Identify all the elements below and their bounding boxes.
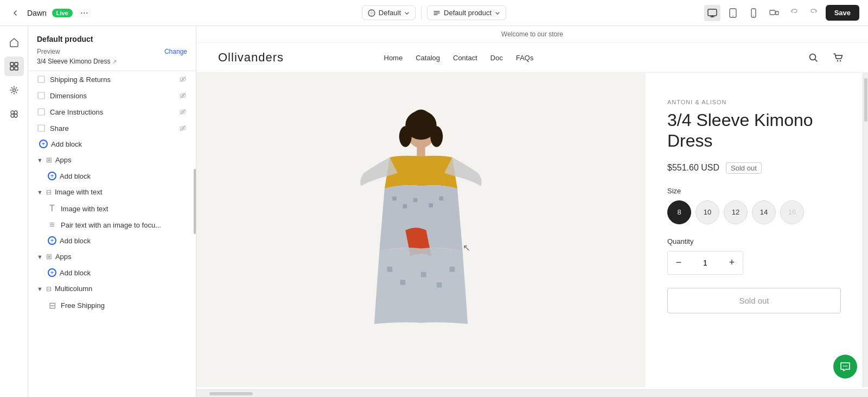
nav-home[interactable]: Home <box>384 54 403 62</box>
size-8[interactable]: 8 <box>667 200 691 224</box>
nav-contact[interactable]: Contact <box>453 54 477 62</box>
product-title: 3/4 Sleeve Kimono Dress <box>667 110 841 152</box>
nav-doc[interactable]: Doc <box>490 54 503 62</box>
mobile-view-button[interactable] <box>745 5 762 21</box>
sidebar-icons <box>0 26 28 397</box>
horizontal-scrollbar[interactable] <box>196 389 868 397</box>
add-block-4[interactable]: + Add block <box>28 265 196 280</box>
collapse-arrow-2: ▼ <box>37 189 43 196</box>
responsive-view-button[interactable] <box>766 5 782 21</box>
visibility-icon-4 <box>178 124 187 133</box>
section-item-free-shipping[interactable]: ⊟ Free Shipping <box>28 297 196 313</box>
redo-button[interactable] <box>806 4 821 21</box>
save-button[interactable]: Save <box>826 5 859 21</box>
svg-point-13 <box>11 111 14 114</box>
section-item-image-text[interactable]: T Image with text <box>28 200 196 217</box>
quantity-increase[interactable]: + <box>721 251 743 274</box>
more-button[interactable]: ··· <box>78 5 91 21</box>
back-button[interactable] <box>9 7 22 20</box>
add-block-label-1: Add block <box>51 140 82 148</box>
section-expand-icon-2 <box>37 91 46 100</box>
svg-point-16 <box>14 114 17 117</box>
multicolumn-header[interactable]: ▼ ⊟ Multicolumn <box>28 280 196 297</box>
product-price: $551.60 USD <box>667 163 719 173</box>
svg-point-56 <box>846 366 847 367</box>
store-search-button[interactable] <box>805 49 821 66</box>
section-item-care[interactable]: Care Instructions <box>28 104 196 120</box>
nav-faqs[interactable]: FAQs <box>516 54 534 62</box>
sidebar-home-button[interactable] <box>4 33 24 52</box>
svg-point-36 <box>840 60 841 61</box>
add-block-1[interactable]: + Add block <box>28 136 196 152</box>
visibility-icon-3 <box>178 108 187 116</box>
quantity-decrease[interactable]: − <box>668 251 690 274</box>
svg-text:↖: ↖ <box>463 242 470 253</box>
apps-2-header[interactable]: ▼ ⊞ Apps <box>28 248 196 265</box>
sold-out-button[interactable]: Sold out <box>667 288 841 313</box>
apps-2-icon: ⊞ <box>46 253 52 261</box>
svg-point-5 <box>753 15 754 16</box>
pair-text-label: Pair text with an image to focu... <box>61 221 161 229</box>
image-with-text-header[interactable]: ▼ ⊟ Image with text <box>28 184 196 200</box>
size-16[interactable]: 16 <box>780 200 804 224</box>
product-selector[interactable]: Default product <box>427 5 506 20</box>
sidebar-apps-button[interactable] <box>4 104 24 124</box>
panel-title: Default product <box>37 35 187 43</box>
preview-area: Welcome to our store Ollivanders Home Ca… <box>196 26 868 397</box>
panel-header: Default product Preview Change 3/4 Sleev… <box>28 26 196 71</box>
svg-point-55 <box>845 366 846 367</box>
topbar-center: Default Default product <box>295 5 574 20</box>
app-name: Dawn <box>27 9 47 17</box>
svg-point-40 <box>430 126 443 147</box>
chat-bubble-button[interactable] <box>833 355 857 379</box>
product-info: ANTONI & ALISON 3/4 Sleeve Kimono Dress … <box>646 73 863 387</box>
tablet-view-button[interactable] <box>725 5 741 21</box>
section-expand-icon <box>37 75 46 84</box>
section-item-pair-text[interactable]: ≡ Pair text with an image to focu... <box>28 217 196 233</box>
apps-1-header[interactable]: ▼ ⊞ Apps <box>28 152 196 168</box>
section-item-shipping[interactable]: Shipping & Returns <box>28 71 196 87</box>
store-body: ↖ ANTONI & ALISON 3/4 Sleeve Kimono Dres… <box>196 73 868 387</box>
svg-rect-50 <box>421 272 426 277</box>
theme-selector[interactable]: Default <box>362 5 416 20</box>
free-shipping-icon: ⊟ <box>48 301 56 310</box>
h-scroll-thumb <box>209 392 253 395</box>
multicolumn-label: Multicolumn <box>55 285 92 293</box>
size-10[interactable]: 10 <box>695 200 719 224</box>
svg-point-3 <box>732 15 733 16</box>
store-cart-button[interactable] <box>830 49 846 66</box>
sold-out-badge: Sold out <box>726 162 762 174</box>
add-block-label-3: Add block <box>60 237 91 245</box>
collapse-arrow-3: ▼ <box>37 254 43 260</box>
announcement-text: Welcome to our store <box>501 30 563 38</box>
add-circle-icon-4: + <box>48 268 56 277</box>
vertical-scrollbar[interactable] <box>863 73 868 387</box>
scrollbar-thumb <box>864 78 867 122</box>
add-circle-icon-3: + <box>48 236 56 245</box>
add-block-2[interactable]: + Add block <box>28 168 196 184</box>
desktop-view-button[interactable] <box>704 5 720 21</box>
size-12[interactable]: 12 <box>724 200 748 224</box>
size-14[interactable]: 14 <box>752 200 776 224</box>
quantity-value: 1 <box>690 259 721 267</box>
text-block-icon: T <box>48 204 56 213</box>
svg-rect-8 <box>10 62 14 66</box>
svg-point-33 <box>810 54 816 60</box>
add-block-3[interactable]: + Add block <box>28 233 196 248</box>
nav-catalog[interactable]: Catalog <box>416 54 440 62</box>
topbar-right: Save <box>580 4 859 21</box>
svg-rect-25 <box>38 109 44 115</box>
section-expand-icon-4 <box>37 124 46 133</box>
section-item-dimensions[interactable]: Dimensions <box>28 87 196 104</box>
sidebar-sections-button[interactable] <box>4 56 24 76</box>
svg-rect-10 <box>10 67 14 70</box>
undo-button[interactable] <box>787 4 802 21</box>
svg-rect-42 <box>417 147 425 157</box>
section-item-share[interactable]: Share <box>28 120 196 136</box>
product-image: ↖ <box>329 100 513 361</box>
shipping-label: Shipping & Returns <box>50 75 111 84</box>
brand-name: ANTONI & ALISON <box>667 99 841 105</box>
apps-1-icon: ⊞ <box>46 156 52 164</box>
sidebar-settings-button[interactable] <box>4 80 24 100</box>
change-button[interactable]: Change <box>164 48 187 55</box>
